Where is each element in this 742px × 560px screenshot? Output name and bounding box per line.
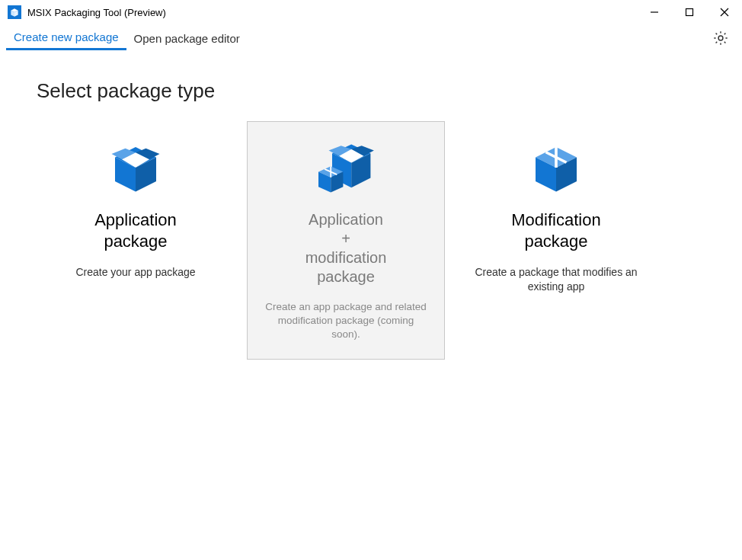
page-heading: Select package type [37,79,705,103]
titlebar: MSIX Packaging Tool (Preview) [0,0,742,24]
card-app-plus-modification-package: Application + modification package Creat… [247,121,445,360]
main-content: Select package type Application package … [0,52,742,387]
svg-point-5 [718,36,723,40]
card-title: Modification package [511,210,600,251]
close-button[interactable] [707,0,742,24]
maximize-button[interactable] [672,0,707,24]
app-icon [8,5,21,19]
svg-rect-2 [686,9,693,16]
card-application-package[interactable]: Application package Create your app pack… [37,121,235,360]
open-box-icon [101,133,170,202]
card-modification-package[interactable]: Modification package Create a package th… [457,121,655,360]
minimize-button[interactable] [637,0,672,24]
open-box-plus-small-box-icon [312,134,380,203]
card-title: Application + modification package [305,210,387,286]
card-description: Create your app package [75,265,195,280]
tab-row: Create new package Open package editor [0,24,742,52]
window-title: MSIX Packaging Tool (Preview) [27,7,637,18]
card-description: Create a package that modifies an existi… [474,265,638,294]
window-controls [637,0,742,24]
card-description: Create an app package and related modifi… [264,300,427,342]
package-type-cards: Application package Create your app pack… [37,121,705,360]
settings-button[interactable] [705,24,736,52]
tab-create-new-package[interactable]: Create new package [6,26,126,50]
tab-open-package-editor[interactable]: Open package editor [126,27,248,50]
closed-box-icon [522,133,590,202]
card-title: Application package [94,210,177,251]
